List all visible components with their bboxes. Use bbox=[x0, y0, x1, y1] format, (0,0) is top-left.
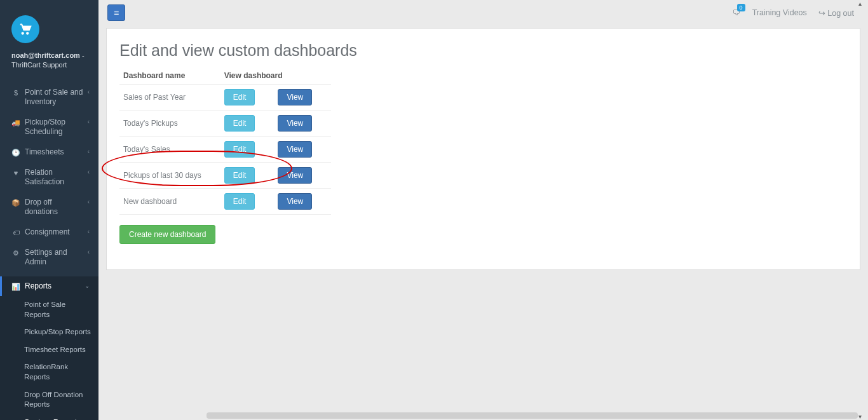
subnav-pos-reports[interactable]: Point of Sale Reports bbox=[0, 296, 98, 323]
table-row: Today's Sales Edit View bbox=[119, 137, 331, 163]
view-button[interactable]: View bbox=[278, 193, 312, 210]
user-email: noah@thriftcart.com bbox=[11, 51, 80, 59]
nav-label: Timesheets bbox=[25, 147, 85, 158]
subnav-timesheet-reports[interactable]: Timesheet Reports bbox=[0, 341, 98, 359]
topbar-right: 🗨 0 Training Videos ↪ Log out bbox=[733, 8, 854, 18]
page-title: Edit and view custom dashboards bbox=[119, 41, 847, 60]
nav-pickup[interactable]: 🚚 Pickup/Stop Scheduling ‹ bbox=[0, 112, 98, 142]
chevron-left-icon: ‹ bbox=[88, 227, 90, 236]
nav: $ Point of Sale and Inventory ‹ 🚚 Pickup… bbox=[0, 83, 98, 420]
chevron-left-icon: ‹ bbox=[88, 88, 90, 96]
horizontal-scrollbar[interactable] bbox=[207, 412, 858, 419]
user-role: ThriftCart Support bbox=[11, 61, 67, 69]
subnav-relationrank-reports[interactable]: RelationRank Reports bbox=[0, 358, 98, 386]
chevron-left-icon: ‹ bbox=[88, 147, 90, 156]
edit-button[interactable]: Edit bbox=[224, 167, 255, 184]
logout-icon: ↪ bbox=[818, 9, 825, 18]
chevron-down-icon: ⌄ bbox=[85, 281, 90, 290]
chevron-left-icon: ‹ bbox=[88, 168, 90, 176]
nav-timesheets[interactable]: 🕑 Timesheets ‹ bbox=[0, 142, 98, 163]
nav-relation[interactable]: ♥ Relation Satisfaction ‹ bbox=[0, 163, 98, 193]
nav-label: Relation Satisfaction bbox=[25, 168, 85, 187]
notif-badge: 0 bbox=[737, 4, 745, 11]
notifications-button[interactable]: 🗨 0 bbox=[733, 8, 741, 17]
table-row: New dashboard Edit View bbox=[119, 189, 331, 215]
dashboard-name-cell: Pickups of last 30 days bbox=[119, 163, 220, 189]
view-button[interactable]: View bbox=[278, 167, 312, 184]
nav-reports[interactable]: 📊 Reports ⌄ bbox=[0, 276, 98, 297]
heart-icon: ♥ bbox=[11, 168, 20, 177]
view-button[interactable]: View bbox=[278, 89, 312, 105]
dashboard-name-cell: New dashboard bbox=[119, 189, 220, 215]
nav-label: Pickup/Stop Scheduling bbox=[25, 118, 85, 137]
dashboard-name-cell: Today's Sales bbox=[119, 137, 220, 163]
subnav-custom-dashboard[interactable]: Custom Report Dashboard bbox=[0, 414, 98, 420]
nav-label: Reports bbox=[25, 281, 82, 292]
gear-icon: ⚙ bbox=[11, 248, 20, 257]
dollar-icon: $ bbox=[11, 88, 20, 97]
topbar: ≡ 🗨 0 Training Videos ↪ Log out bbox=[98, 0, 868, 25]
chevron-left-icon: ‹ bbox=[88, 118, 90, 126]
view-button[interactable]: View bbox=[278, 141, 312, 158]
logout-label: Log out bbox=[827, 9, 854, 18]
chevron-left-icon: ‹ bbox=[88, 248, 90, 256]
subnav-pickup-reports[interactable]: Pickup/Stop Reports bbox=[0, 323, 98, 341]
content-card: Edit and view custom dashboards Dashboar… bbox=[106, 28, 860, 270]
nav-label: Drop off donations bbox=[25, 198, 85, 217]
nav-label: Consignment bbox=[25, 227, 85, 238]
view-button[interactable]: View bbox=[278, 115, 312, 132]
dashboard-name-cell: Sales of Past Year bbox=[119, 85, 220, 111]
reports-subnav: Point of Sale Reports Pickup/Stop Report… bbox=[0, 296, 98, 420]
edit-button[interactable]: Edit bbox=[224, 193, 255, 210]
nav-pos[interactable]: $ Point of Sale and Inventory ‹ bbox=[0, 83, 98, 112]
col-view-dashboard: View dashboard bbox=[220, 67, 331, 85]
tag-icon: 🏷 bbox=[11, 228, 20, 237]
user-info: noah@thriftcart.com - ThriftCart Support bbox=[0, 48, 98, 76]
table-row: Pickups of last 30 days Edit View bbox=[119, 163, 331, 189]
edit-button[interactable]: Edit bbox=[224, 89, 255, 105]
main: ≡ 🗨 0 Training Videos ↪ Log out Edit and… bbox=[98, 0, 868, 420]
dashboard-name-cell: Today's Pickups bbox=[119, 111, 220, 137]
edit-button[interactable]: Edit bbox=[224, 141, 255, 158]
nav-consignment[interactable]: 🏷 Consignment ‹ bbox=[0, 222, 98, 243]
col-dashboard-name: Dashboard name bbox=[119, 67, 220, 85]
chevron-left-icon: ‹ bbox=[88, 198, 90, 206]
subnav-dropoff-reports[interactable]: Drop Off Donation Reports bbox=[0, 386, 98, 414]
logout-link[interactable]: ↪ Log out bbox=[818, 8, 854, 18]
nav-dropoff[interactable]: 📦 Drop off donations ‹ bbox=[0, 193, 98, 222]
create-dashboard-button[interactable]: Create new dashboard bbox=[119, 225, 215, 244]
logo-block bbox=[0, 0, 98, 48]
truck-icon: 🚚 bbox=[11, 118, 20, 127]
edit-button[interactable]: Edit bbox=[224, 115, 255, 132]
box-icon: 📦 bbox=[11, 198, 20, 207]
training-videos-link[interactable]: Training Videos bbox=[752, 8, 807, 17]
nav-label: Settings and Admin bbox=[25, 248, 85, 268]
nav-settings[interactable]: ⚙ Settings and Admin ‹ bbox=[0, 243, 98, 273]
logo-icon bbox=[11, 15, 39, 43]
menu-toggle-button[interactable]: ≡ bbox=[107, 4, 125, 21]
table-row: Sales of Past Year Edit View bbox=[119, 85, 331, 111]
nav-label: Point of Sale and Inventory bbox=[25, 88, 85, 107]
clock-icon: 🕑 bbox=[11, 148, 20, 157]
chart-icon: 📊 bbox=[11, 282, 20, 291]
table-row: Today's Pickups Edit View bbox=[119, 111, 331, 137]
sidebar: noah@thriftcart.com - ThriftCart Support… bbox=[0, 0, 98, 420]
dashboards-table: Dashboard name View dashboard Sales of P… bbox=[119, 67, 331, 215]
